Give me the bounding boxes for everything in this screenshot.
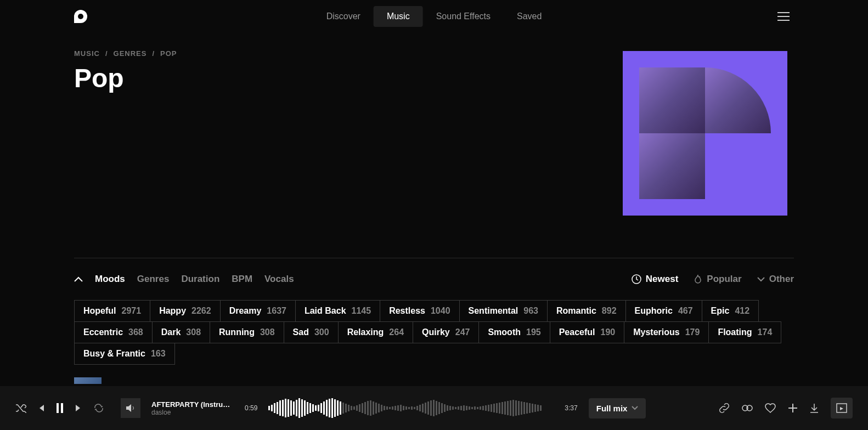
wave-bar xyxy=(501,402,503,414)
download-button[interactable] xyxy=(810,403,819,413)
nav-sound-effects[interactable]: Sound Effects xyxy=(423,6,504,27)
breadcrumb-music[interactable]: MUSIC xyxy=(74,49,100,58)
filter-tab-vocals[interactable]: Vocals xyxy=(264,274,294,285)
mood-label: Romantic xyxy=(556,306,596,316)
sort-other-label: Other xyxy=(769,274,794,285)
wave-bar xyxy=(277,402,278,414)
wave-bar xyxy=(298,398,300,418)
current-time: 0:59 xyxy=(245,404,257,412)
logo[interactable] xyxy=(74,10,87,23)
mood-label: Happy xyxy=(159,306,186,316)
pause-button[interactable] xyxy=(56,403,64,413)
filter-tab-duration[interactable]: Duration xyxy=(181,274,219,285)
waveform[interactable] xyxy=(268,397,554,419)
filter-tab-moods[interactable]: Moods xyxy=(95,274,125,285)
sort-popular-label: Popular xyxy=(707,274,741,285)
breadcrumb-genres[interactable]: GENRES xyxy=(114,49,147,58)
mood-label: Eccentric xyxy=(83,327,123,337)
nav-saved[interactable]: Saved xyxy=(504,6,555,27)
mood-pill[interactable]: Floating174 xyxy=(708,321,781,343)
shuffle-button[interactable] xyxy=(15,403,26,413)
mood-pill[interactable]: Happy2262 xyxy=(150,300,221,322)
mood-pill[interactable]: Busy & Frantic163 xyxy=(74,343,175,365)
add-button[interactable] xyxy=(788,403,798,413)
wave-bar xyxy=(307,402,308,414)
wave-bar xyxy=(400,405,402,411)
mood-pill[interactable]: Eccentric368 xyxy=(74,321,153,343)
mood-pill[interactable]: Euphoric467 xyxy=(625,300,702,322)
wave-bar xyxy=(419,405,421,411)
mood-pill[interactable]: Smooth195 xyxy=(478,321,550,343)
mood-pill[interactable]: Quirky247 xyxy=(413,321,479,343)
wave-bar xyxy=(351,406,352,410)
mood-pill[interactable]: Running308 xyxy=(210,321,284,343)
volume-button[interactable] xyxy=(121,398,140,418)
wave-bar xyxy=(433,400,435,416)
mood-count: 190 xyxy=(601,327,616,337)
track-thumbnail[interactable] xyxy=(74,377,102,384)
mood-pill[interactable]: Sad300 xyxy=(284,321,339,343)
track-artist[interactable]: dasloe xyxy=(151,409,234,416)
wave-bar xyxy=(394,406,396,410)
similar-button[interactable] xyxy=(742,403,753,413)
mood-pill[interactable]: Relaxing264 xyxy=(338,321,413,343)
mood-pill[interactable]: Epic412 xyxy=(702,300,759,322)
mood-label: Relaxing xyxy=(347,327,384,337)
nav-discover[interactable]: Discover xyxy=(313,6,374,27)
sort-popular[interactable]: Popular xyxy=(694,274,741,285)
wave-bar xyxy=(375,403,377,414)
mood-pill[interactable]: Mysterious179 xyxy=(624,321,709,343)
wave-bar xyxy=(331,398,333,418)
copy-link-button[interactable] xyxy=(719,403,730,414)
mood-count: 308 xyxy=(260,327,275,337)
repeat-button[interactable] xyxy=(93,404,104,412)
mood-pill[interactable]: Dreamy1637 xyxy=(220,300,296,322)
like-button[interactable] xyxy=(765,403,776,413)
wave-bar xyxy=(312,404,314,412)
sort-other[interactable]: Other xyxy=(757,274,794,285)
genre-cover xyxy=(623,51,787,216)
wave-bar xyxy=(290,400,292,416)
next-button[interactable] xyxy=(75,404,82,412)
menu-button[interactable] xyxy=(773,8,794,25)
wave-bar xyxy=(288,399,289,417)
mood-count: 368 xyxy=(128,327,143,337)
nav-music[interactable]: Music xyxy=(374,6,423,27)
wave-bar xyxy=(447,405,448,411)
track-title[interactable]: AFTERPARTY (Instrume... xyxy=(151,400,234,409)
wave-bar xyxy=(488,405,489,411)
mood-label: Peaceful xyxy=(559,327,595,337)
mood-pill[interactable]: Laid Back1145 xyxy=(295,300,380,322)
queue-button[interactable] xyxy=(831,398,853,418)
filter-tab-genres[interactable]: Genres xyxy=(137,274,170,285)
wave-bar xyxy=(370,400,371,416)
mood-count: 2262 xyxy=(191,306,211,316)
wave-bar xyxy=(359,404,360,412)
sort-newest[interactable]: Newest xyxy=(632,274,679,285)
wave-bar xyxy=(499,403,500,414)
mood-pill[interactable]: Peaceful190 xyxy=(550,321,625,343)
mix-select[interactable]: Full mix xyxy=(589,398,646,418)
previous-button[interactable] xyxy=(37,404,45,412)
cover-collage xyxy=(639,67,771,199)
cover-image xyxy=(639,67,705,133)
wave-bar xyxy=(356,405,358,411)
wave-bar xyxy=(463,405,465,411)
wave-bar xyxy=(425,403,426,414)
wave-bar xyxy=(296,400,297,416)
breadcrumb-pop[interactable]: POP xyxy=(160,49,177,58)
mood-pill[interactable]: Dark308 xyxy=(152,321,210,343)
mood-pill[interactable]: Restless1040 xyxy=(380,300,459,322)
mood-pill[interactable]: Romantic892 xyxy=(547,300,626,322)
mood-label: Running xyxy=(219,327,255,337)
wave-bar xyxy=(285,399,286,417)
mood-label: Restless xyxy=(389,306,425,316)
wave-bar xyxy=(334,399,336,417)
mood-pill[interactable]: Hopeful2971 xyxy=(74,300,150,322)
wave-bar xyxy=(373,401,374,415)
chevron-up-icon xyxy=(74,276,83,282)
filter-tab-bpm[interactable]: BPM xyxy=(232,274,252,285)
mood-pill[interactable]: Sentimental963 xyxy=(459,300,548,322)
wave-bar xyxy=(403,406,404,410)
collapse-filters-button[interactable] xyxy=(74,276,83,282)
